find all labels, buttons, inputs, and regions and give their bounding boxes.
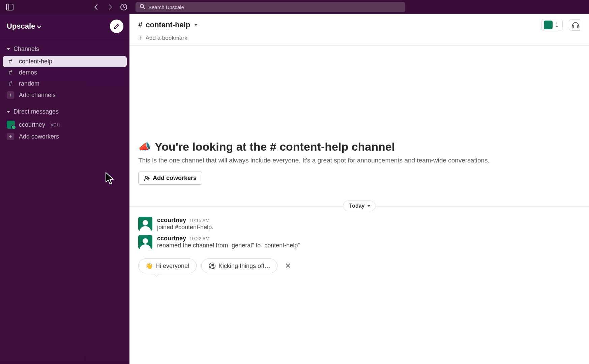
workspace-name: Upscale [7, 22, 35, 31]
channel-name: random [19, 80, 39, 87]
intro-hash: # [270, 140, 279, 153]
huddle-button[interactable] [569, 19, 580, 31]
avatar[interactable] [138, 235, 152, 249]
add-coworkers-btn-label: Add coworkers [153, 175, 197, 182]
avatar [544, 21, 553, 29]
channel-random[interactable]: # random [3, 78, 127, 89]
intro-text-suffix: channel [348, 140, 395, 153]
you-label: you [51, 121, 60, 128]
chevron-down-icon [194, 24, 198, 26]
caret-down-icon [7, 111, 10, 113]
date-label: Today [349, 203, 365, 209]
svg-rect-5 [572, 26, 574, 28]
date-divider: Today [129, 206, 589, 207]
hash-icon: # [138, 21, 142, 29]
caret-down-icon [7, 48, 10, 50]
wave-icon: 👋 [145, 262, 153, 270]
sidebar: Upscale Channels # content-he [0, 14, 129, 364]
members-button[interactable]: 1 [541, 19, 563, 31]
date-jump-button[interactable]: Today [343, 201, 376, 211]
hash-icon: # [7, 58, 14, 65]
add-bookmark-label: Add a bookmark [146, 35, 187, 41]
search-icon [140, 4, 145, 10]
svg-rect-6 [578, 26, 579, 28]
add-channels[interactable]: + Add channels [3, 89, 127, 101]
svg-point-8 [143, 220, 148, 225]
sidebar-toggle-icon[interactable] [6, 4, 13, 10]
search-input[interactable] [148, 4, 401, 10]
channel-name: demos [19, 69, 37, 76]
intro-heading: 📣 You're looking at the # content-help c… [138, 140, 580, 153]
plus-icon: + [7, 133, 14, 140]
channel-name: content-help [19, 58, 52, 65]
suggestion-kicking-off[interactable]: ⚽ Kicking things off… [201, 259, 277, 273]
message-author[interactable]: ccourtney [157, 217, 186, 224]
search-bar[interactable] [136, 2, 405, 12]
channels-label: Channels [13, 46, 39, 53]
channel-intro: 📣 You're looking at the # content-help c… [129, 46, 589, 198]
channel-content-help[interactable]: # content-help [3, 56, 127, 67]
member-count: 1 [555, 22, 558, 28]
chevron-down-icon [367, 205, 371, 207]
channel-pane: # content-help 1 + Add a bookmark [129, 14, 589, 364]
system-message: ccourtney 10:22 AM renamed the channel f… [138, 233, 580, 251]
dm-name: ccourtney [19, 121, 45, 128]
plus-icon: + [7, 91, 14, 99]
soccer-icon: ⚽ [208, 262, 216, 270]
add-coworkers[interactable]: + Add coworkers [3, 131, 127, 142]
history-icon[interactable] [120, 3, 127, 11]
channel-title-button[interactable]: # content-help [138, 21, 198, 29]
suggestion-hi-everyone[interactable]: 👋 Hi everyone! [138, 259, 197, 273]
dismiss-suggestions[interactable]: ✕ [282, 260, 294, 272]
svg-line-4 [143, 7, 145, 9]
add-coworkers-button[interactable]: Add coworkers [138, 172, 202, 185]
add-person-icon [144, 175, 150, 181]
megaphone-icon: 📣 [138, 141, 151, 153]
system-message: ccourtney 10:15 AM joined #content-help. [138, 215, 580, 233]
svg-point-7 [145, 176, 147, 178]
topbar [0, 0, 589, 14]
channel-demos[interactable]: # demos [3, 67, 127, 78]
dm-self[interactable]: ccourtney you [3, 119, 127, 131]
intro-description: This is the one channel that will always… [138, 157, 580, 164]
suggestion-label: Hi everyone! [155, 263, 189, 270]
hash-icon: # [7, 80, 14, 87]
add-channels-label: Add channels [19, 92, 56, 99]
compose-icon [113, 23, 120, 30]
plus-icon: + [138, 35, 142, 41]
add-coworkers-label: Add coworkers [19, 133, 59, 140]
message-suggestions: 👋 Hi everyone! ⚽ Kicking things off… ✕ [129, 251, 589, 281]
hash-icon: # [7, 69, 14, 76]
channels-section-header[interactable]: Channels [0, 44, 129, 54]
intro-channel: content-help [279, 140, 348, 153]
channel-title: content-help [146, 21, 190, 29]
message-time: 10:22 AM [189, 236, 209, 241]
chevron-down-icon [37, 22, 41, 31]
intro-text-prefix: You're looking at the [155, 140, 270, 153]
svg-point-9 [143, 238, 148, 244]
headphones-icon [571, 21, 580, 29]
dm-section-header[interactable]: Direct messages [0, 107, 129, 117]
message-body: renamed the channel from “general” to “c… [157, 242, 300, 249]
nav-back-icon[interactable] [93, 4, 100, 10]
nav-forward-icon[interactable] [107, 4, 113, 10]
message-author[interactable]: ccourtney [157, 235, 186, 242]
avatar[interactable] [138, 217, 152, 231]
message-time: 10:15 AM [189, 218, 209, 223]
add-bookmark[interactable]: + Add a bookmark [129, 33, 589, 46]
message-body: joined #content-help. [157, 224, 213, 231]
avatar [7, 121, 15, 129]
compose-button[interactable] [110, 20, 123, 33]
suggestion-label: Kicking things off… [218, 263, 270, 270]
workspace-switcher[interactable]: Upscale [7, 22, 41, 31]
dm-label: Direct messages [13, 108, 59, 115]
svg-rect-0 [6, 4, 13, 10]
